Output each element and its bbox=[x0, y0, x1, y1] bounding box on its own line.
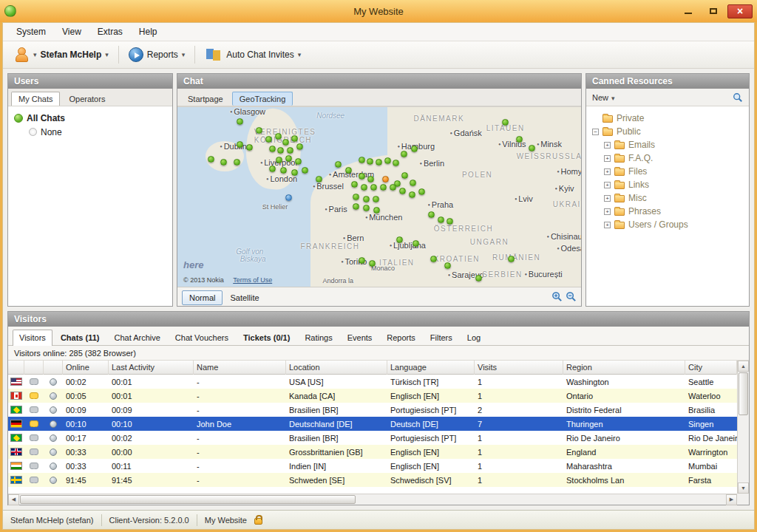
visitor-marker[interactable] bbox=[444, 262, 451, 269]
visitor-marker[interactable] bbox=[246, 144, 253, 151]
column-header-Name[interactable]: Name bbox=[194, 361, 286, 375]
tab-filters[interactable]: Filters bbox=[424, 330, 459, 345]
tab-startpage[interactable]: Startpage bbox=[180, 92, 231, 106]
column-header-City[interactable]: City bbox=[685, 361, 737, 375]
column-header-Location[interactable]: Location bbox=[286, 361, 387, 375]
visitor-marker[interactable] bbox=[390, 184, 396, 191]
visitor-marker[interactable] bbox=[438, 216, 444, 223]
expander-icon[interactable]: + bbox=[604, 142, 611, 149]
canned-item-users-groups[interactable]: +Users / Groups bbox=[591, 218, 744, 231]
expander-icon[interactable]: + bbox=[604, 182, 611, 188]
visitor-marker[interactable] bbox=[373, 207, 380, 214]
scroll-left-icon[interactable]: ◀ bbox=[8, 494, 19, 505]
visitor-marker[interactable] bbox=[393, 160, 399, 166]
column-header-Last Activity[interactable]: Last Activity bbox=[109, 361, 194, 375]
visitor-marker[interactable] bbox=[295, 158, 302, 165]
visitor-marker[interactable] bbox=[275, 133, 282, 140]
visitor-marker[interactable] bbox=[363, 196, 370, 202]
canned-item-emails[interactable]: +Emails bbox=[591, 138, 744, 151]
visitor-marker[interactable] bbox=[316, 176, 322, 183]
visitor-marker[interactable] bbox=[411, 146, 418, 152]
column-header-Online[interactable]: Online bbox=[63, 361, 109, 375]
canned-item-f-a-q-[interactable]: +F.A.Q. bbox=[591, 151, 744, 165]
terms-of-use-link[interactable]: Terms of Use bbox=[233, 276, 272, 284]
expander-icon[interactable]: − bbox=[592, 129, 599, 135]
canned-item-phrases[interactable]: +Phrases bbox=[591, 205, 744, 218]
column-header-Language[interactable]: Language bbox=[387, 361, 475, 375]
visitor-marker[interactable] bbox=[285, 194, 292, 201]
visitor-marker[interactable] bbox=[302, 167, 308, 174]
visitor-marker[interactable] bbox=[373, 196, 379, 202]
visitor-row[interactable]: 00:0200:01-USA [US]Türkisch [TR]1Washing… bbox=[8, 375, 737, 389]
geo-tracking-map[interactable]: GlasgowNordseeDÄNEMARKLITAUENGdańskVilni… bbox=[177, 106, 581, 287]
expander-icon[interactable]: + bbox=[604, 155, 611, 162]
visitor-marker[interactable] bbox=[382, 176, 389, 183]
tab-tickets-0-1-[interactable]: Tickets (0/1) bbox=[237, 330, 296, 345]
visitor-marker[interactable] bbox=[296, 143, 303, 150]
maximize-button[interactable] bbox=[702, 4, 724, 18]
operator-menu-button[interactable]: ▾ Stefan McHelp ▾ bbox=[9, 44, 113, 65]
minimize-button[interactable] bbox=[677, 4, 699, 18]
horizontal-scrollbar[interactable]: ◀ ▶ bbox=[8, 494, 737, 505]
menu-item-system[interactable]: System bbox=[9, 24, 53, 39]
visitor-marker[interactable] bbox=[430, 256, 437, 262]
expander-icon[interactable]: + bbox=[604, 195, 611, 202]
map-view-satellite-button[interactable]: Satellite bbox=[223, 290, 266, 305]
search-icon[interactable] bbox=[733, 92, 743, 103]
visitor-marker[interactable] bbox=[376, 159, 382, 166]
scroll-right-icon[interactable]: ▶ bbox=[726, 494, 737, 505]
tab-geotracking[interactable]: GeoTracking bbox=[232, 92, 293, 106]
canned-item-links[interactable]: +Links bbox=[591, 178, 744, 191]
tab-log[interactable]: Log bbox=[461, 330, 487, 345]
visitor-marker[interactable] bbox=[359, 257, 365, 264]
tab-chat-vouchers[interactable]: Chat Vouchers bbox=[169, 330, 235, 345]
visitor-marker[interactable] bbox=[269, 146, 276, 152]
scroll-up-icon[interactable]: ▲ bbox=[738, 361, 749, 372]
vertical-scrollbar[interactable]: ▲ ▼ bbox=[737, 361, 749, 494]
scroll-down-icon[interactable]: ▼ bbox=[738, 482, 749, 494]
visitor-marker[interactable] bbox=[369, 260, 376, 267]
column-header-Visits[interactable]: Visits bbox=[475, 361, 563, 375]
visitor-marker[interactable] bbox=[367, 158, 373, 165]
tab-operators[interactable]: Operators bbox=[61, 92, 112, 106]
visitor-row[interactable]: 00:1700:02-Brasilien [BR]Portugiesisch [… bbox=[8, 431, 737, 445]
tree-item-none[interactable]: None bbox=[11, 125, 169, 139]
tab-ratings[interactable]: Ratings bbox=[298, 330, 339, 345]
tab-chat-archive[interactable]: Chat Archive bbox=[107, 330, 166, 345]
map-view-normal-button[interactable]: Normal bbox=[182, 290, 223, 305]
horizontal-scroll-thumb[interactable] bbox=[20, 495, 356, 504]
visitor-row[interactable]: 00:0500:01-Kanada [CA]Englisch [EN]1Onta… bbox=[8, 389, 737, 403]
vertical-scroll-thumb[interactable] bbox=[739, 372, 748, 415]
visitor-marker[interactable] bbox=[428, 211, 435, 218]
new-resource-button[interactable]: New▾ bbox=[592, 93, 615, 102]
visitor-marker[interactable] bbox=[237, 141, 243, 148]
visitor-marker[interactable] bbox=[291, 135, 298, 142]
visitor-marker[interactable] bbox=[409, 191, 415, 198]
canned-item-private[interactable]: Private bbox=[591, 112, 744, 125]
visitor-marker[interactable] bbox=[384, 157, 391, 164]
reports-button[interactable]: Reports ▾ bbox=[124, 45, 190, 64]
visitor-row[interactable]: 00:0900:09-Brasilien [BR]Portugiesisch [… bbox=[8, 403, 737, 417]
visitor-row[interactable]: 00:1000:10John DoeDeutschland [DE]Deutsc… bbox=[8, 417, 737, 431]
menu-item-extras[interactable]: Extras bbox=[90, 24, 130, 39]
visitor-row[interactable]: 00:3300:11-Indien [IN]Englisch [EN]1Maha… bbox=[8, 459, 737, 473]
expander-icon[interactable]: + bbox=[604, 208, 611, 215]
visitor-row[interactable]: 91:4591:45-Schweden [SE]Schwedisch [SV]1… bbox=[8, 473, 737, 487]
auto-chat-invites-button[interactable]: Auto Chat Invites ▾ bbox=[200, 44, 305, 65]
tab-events[interactable]: Events bbox=[341, 330, 379, 345]
visitor-marker[interactable] bbox=[282, 139, 289, 146]
tab-visitors[interactable]: Visitors bbox=[13, 330, 52, 346]
zoom-in-icon[interactable] bbox=[551, 291, 563, 302]
expander-icon[interactable]: + bbox=[604, 222, 611, 228]
tab-reports[interactable]: Reports bbox=[380, 330, 422, 345]
tab-chats-11-[interactable]: Chats (11) bbox=[54, 330, 106, 345]
expander-icon[interactable]: + bbox=[604, 168, 611, 175]
visitor-marker[interactable] bbox=[508, 256, 515, 262]
menu-item-view[interactable]: View bbox=[55, 24, 89, 39]
visitor-marker[interactable] bbox=[280, 167, 287, 174]
visitor-marker[interactable] bbox=[359, 173, 365, 180]
visitor-marker[interactable] bbox=[237, 118, 243, 125]
tab-my-chats[interactable]: My Chats bbox=[11, 92, 60, 106]
visitor-marker[interactable] bbox=[276, 157, 282, 163]
visitor-marker[interactable] bbox=[363, 205, 370, 211]
